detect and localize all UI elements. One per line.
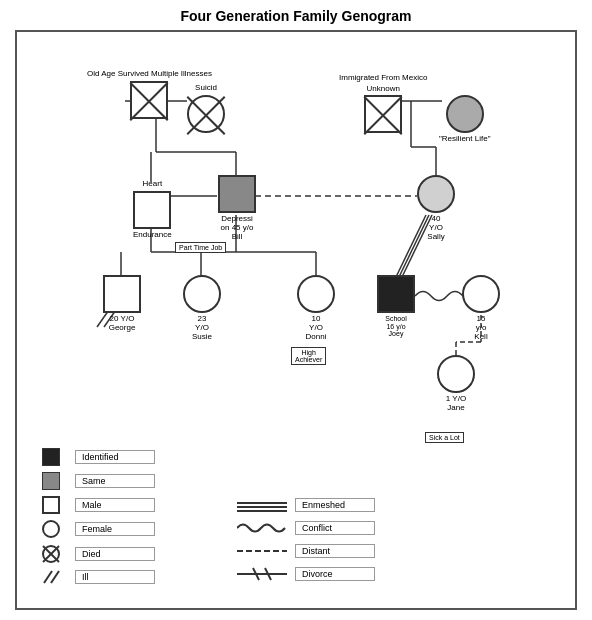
gp3-shape	[364, 95, 402, 133]
c4-shape	[377, 275, 415, 313]
legend-row-enmeshed: Enmeshed	[237, 498, 467, 512]
legend-label-ill: Ill	[75, 570, 155, 584]
c1-node: 20 Y/OGeorge	[103, 275, 141, 333]
part-time-job-note: Part Time Job	[175, 242, 226, 253]
gp3-label-unknown: Unknown	[367, 85, 400, 94]
legend-label-died: Died	[75, 547, 155, 561]
c5-shape	[462, 275, 500, 313]
legend-label-enmeshed: Enmeshed	[295, 498, 375, 512]
c2-node: 23Y/OSusie	[183, 275, 221, 341]
c4-label: School16 y/oJoey	[385, 315, 406, 338]
legend-row-same: Same	[35, 472, 225, 490]
legend-label-conflict: Conflict	[295, 521, 375, 535]
legend-line-conflict	[237, 521, 287, 535]
page-title: Four Generation Family Genogram	[0, 0, 592, 28]
legend-icon-male	[42, 496, 60, 514]
legend-shape-same	[35, 472, 67, 490]
c1-shape	[103, 275, 141, 313]
p3-node: 40Y/OSally	[417, 175, 455, 241]
high-achiever-note: HighAchiever	[291, 347, 326, 365]
legend-lines: Enmeshed Conflict Distant	[237, 498, 467, 590]
g1-node: 1 Y/OJane	[437, 355, 475, 413]
gp3-label-above: Immigrated From Mexico	[339, 74, 427, 83]
legend-line-divorce	[237, 567, 287, 581]
p2-node: Depression 45 y/oBill	[218, 175, 256, 241]
gp1-label: Old Age Survived Multiple Illnesses	[87, 70, 212, 79]
p1-label-above: Heart	[143, 180, 163, 189]
legend-row-died: Died	[35, 544, 225, 564]
legend-label-male: Male	[75, 498, 155, 512]
c3-shape	[297, 275, 335, 313]
legend-label-female: Female	[75, 522, 155, 536]
p2-label-below: Depression 45 y/oBill	[221, 215, 254, 241]
legend-line-enmeshed	[237, 498, 287, 512]
gp2-label: Suicid	[195, 84, 217, 93]
legend-row-divorce: Divorce	[237, 567, 467, 581]
legend-shape-identified	[35, 448, 67, 466]
legend-row-conflict: Conflict	[237, 521, 467, 535]
legend-shapes: Identified Same Male Femal	[35, 448, 225, 590]
legend-label-same: Same	[75, 474, 155, 488]
gp1-shape	[130, 81, 168, 119]
g1-shape	[437, 355, 475, 393]
c2-shape	[183, 275, 221, 313]
gp4-label-above	[464, 84, 466, 93]
gp2-node: Suicid	[187, 84, 225, 133]
svg-line-28	[44, 571, 52, 583]
p1-node: Heart Endurance	[133, 180, 172, 240]
legend-shape-ill	[35, 570, 67, 584]
diagram-area: Old Age Survived Multiple Illnesses Suic…	[15, 30, 577, 610]
legend-icon-divorce	[237, 567, 287, 581]
gp2-shape	[187, 95, 225, 133]
c3-label: 10Y/ODonni	[306, 315, 327, 341]
legend-row-female: Female	[35, 520, 225, 538]
p1-label-below: Endurance	[133, 231, 172, 240]
legend-icon-died	[41, 544, 61, 564]
p3-label-below: 40Y/OSally	[427, 215, 444, 241]
gp4-node: "Resilient Life"	[439, 84, 490, 144]
legend-row-distant: Distant	[237, 544, 467, 558]
legend-line-distant	[237, 544, 287, 558]
legend-icon-same	[42, 472, 60, 490]
page: Four Generation Family Genogram	[0, 0, 592, 620]
p2-shape	[218, 175, 256, 213]
c3-node: 10Y/ODonni	[297, 275, 335, 341]
legend-label-divorce: Divorce	[295, 567, 375, 581]
gp4-label-below: "Resilient Life"	[439, 135, 490, 144]
legend-icon-identified	[42, 448, 60, 466]
legend-shape-died	[35, 544, 67, 564]
legend-icon-ill	[38, 570, 64, 584]
p1-shape	[133, 191, 171, 229]
legend-label-identified: Identified	[75, 450, 155, 464]
legend-row-male: Male	[35, 496, 225, 514]
legend-icon-distant	[237, 544, 287, 558]
legend-shape-male	[35, 496, 67, 514]
c5-label: 15y/oKell	[474, 315, 487, 341]
legend-label-distant: Distant	[295, 544, 375, 558]
legend-shape-female	[35, 520, 67, 538]
svg-line-29	[51, 571, 59, 583]
p3-shape	[417, 175, 455, 213]
c5-node: 15y/oKell	[462, 275, 500, 341]
sick-a-lot-note: Sick a Lot	[425, 432, 464, 443]
c2-label: 23Y/OSusie	[192, 315, 212, 341]
legend-icon-female	[42, 520, 60, 538]
c1-label: 20 Y/OGeorge	[109, 315, 136, 333]
c4-node: School16 y/oJoey	[377, 275, 415, 338]
gp4-shape	[446, 95, 484, 133]
gp3-node: Immigrated From Mexico Unknown	[339, 74, 427, 133]
g1-label: 1 Y/OJane	[446, 395, 466, 413]
legend-icon-enmeshed	[237, 498, 287, 512]
legend-row-ill: Ill	[35, 570, 225, 584]
legend-icon-conflict	[237, 521, 287, 535]
legend-row-identified: Identified	[35, 448, 225, 466]
